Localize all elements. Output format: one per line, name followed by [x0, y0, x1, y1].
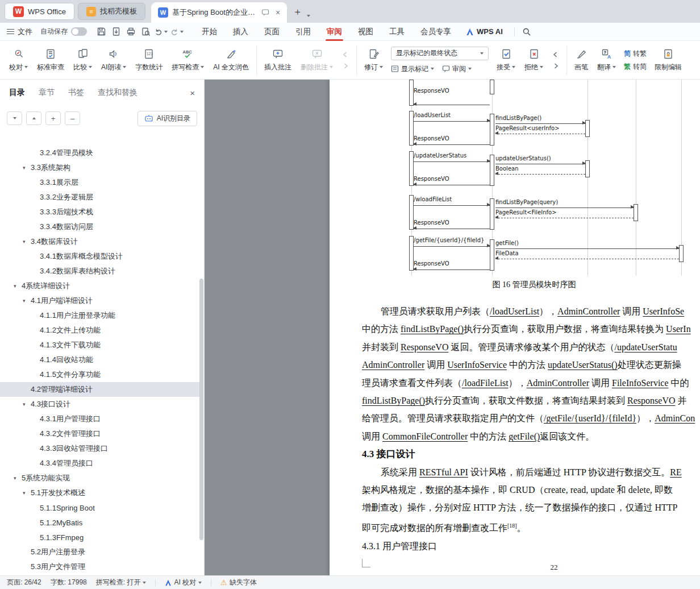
toc-item[interactable]: 4.1.5文件分享功能: [0, 367, 199, 382]
toc-item[interactable]: ▾4系统详细设计: [0, 279, 199, 293]
toc-item[interactable]: 5.3用户文件管理: [0, 559, 199, 574]
zoom-out-outline-button[interactable]: –: [65, 111, 80, 125]
print-preview-button[interactable]: [139, 26, 152, 38]
close-document-icon[interactable]: ×: [276, 8, 280, 17]
export-pdf-button[interactable]: [110, 26, 122, 38]
menu-tab-reference[interactable]: 引用: [288, 23, 319, 41]
to-simplified-button[interactable]: 繁 转简: [624, 62, 647, 72]
spell-check-button[interactable]: ABC 拼写检查: [167, 43, 209, 77]
toc-item[interactable]: ▾3.4数据库设计: [0, 234, 199, 249]
document-canvas[interactable]: ResponseVO /loadUserList findListByPage(…: [205, 80, 700, 575]
next-comment-button[interactable]: [340, 61, 351, 70]
toc-collapse-arrow-icon[interactable]: ▾: [14, 283, 22, 289]
toc-item[interactable]: 4.1.3文件下载功能: [0, 338, 199, 352]
proofread-button[interactable]: 校对: [5, 43, 32, 77]
toc-collapse-arrow-icon[interactable]: ▾: [23, 165, 31, 171]
previous-comment-button[interactable]: [340, 50, 351, 59]
search-button[interactable]: [520, 26, 533, 38]
toc-item[interactable]: 5.1.2MyBatis: [0, 515, 199, 530]
expand-all-button[interactable]: [7, 111, 22, 125]
accept-change-button[interactable]: 接受: [492, 43, 520, 77]
standard-review-button[interactable]: 标准审查: [32, 43, 69, 77]
close-sidebar-icon[interactable]: ×: [190, 88, 195, 98]
document-page[interactable]: ResponseVO /loadUserList findListByPage(…: [330, 80, 700, 575]
sidebar-tab-find-replace[interactable]: 查找和替换: [98, 88, 138, 98]
new-tab-button[interactable]: ＋: [293, 5, 302, 18]
toc-item[interactable]: 4.3.3回收站管理接口: [0, 441, 199, 456]
wps-ai-button[interactable]: WPS AI: [459, 27, 510, 36]
toc-item[interactable]: ▾5.1开发技术概述: [0, 486, 199, 500]
toc-item[interactable]: 3.3.1展示层: [0, 175, 199, 190]
toc-collapse-arrow-icon[interactable]: ▾: [23, 298, 31, 304]
autosave-toggle[interactable]: [71, 27, 87, 36]
toc-collapse-arrow-icon[interactable]: ▾: [14, 475, 22, 481]
show-markup-button[interactable]: 显示标记: [391, 64, 434, 74]
word-count-button[interactable]: 123 字数统计: [131, 43, 167, 77]
toc-item[interactable]: 4.2管理端详细设计: [0, 382, 199, 397]
toc-item[interactable]: 4.3.4管理员接口: [0, 456, 199, 471]
sidebar-tab-contents[interactable]: 目录: [9, 88, 25, 98]
collapse-all-button[interactable]: [26, 111, 41, 125]
redo-control[interactable]: [170, 27, 184, 36]
toc-item[interactable]: 3.3.4数据访问层: [0, 219, 199, 234]
document-body-text[interactable]: 管理员请求获取用户列表（/loadUserList），AdminControll…: [362, 302, 700, 555]
toc-item[interactable]: 3.3.3后端技术栈: [0, 205, 199, 219]
previous-change-button[interactable]: [550, 50, 561, 59]
zoom-in-outline-button[interactable]: +: [45, 111, 61, 125]
toc-item[interactable]: 4.1.4回收站功能: [0, 352, 199, 367]
undo-control[interactable]: [154, 27, 168, 36]
tab-docer-templates[interactable]: ≡ 找稻壳模板: [78, 3, 145, 20]
page-indicator[interactable]: 页面: 26/42: [7, 578, 41, 587]
toc-item[interactable]: 5.1.3FFmpeg: [0, 530, 199, 545]
restrict-editing-button[interactable]: 限制编辑: [650, 43, 686, 77]
compare-button[interactable]: 比较: [69, 43, 97, 77]
sidebar-tab-bookmarks[interactable]: 书签: [68, 88, 84, 98]
toc-item[interactable]: 3.3.2业务逻辑层: [0, 190, 199, 205]
spellcheck-status[interactable]: 拼写检查: 打开: [96, 578, 147, 587]
print-button[interactable]: [124, 26, 137, 38]
toc-item[interactable]: 3.4.1数据库概念模型设计: [0, 249, 199, 264]
toc-item[interactable]: ▾3.3系统架构: [0, 160, 199, 175]
track-changes-button[interactable]: 修订: [360, 43, 388, 77]
toc-item[interactable]: 5.2用户注册登录: [0, 545, 199, 559]
ai-polish-button[interactable]: AI 全文润色: [209, 43, 253, 77]
menu-tab-view[interactable]: 视图: [350, 23, 381, 41]
insert-comment-button[interactable]: 插入批注: [260, 43, 296, 77]
menu-tab-page[interactable]: 页面: [256, 23, 288, 41]
translate-button[interactable]: A 翻译: [593, 43, 620, 77]
sidebar-tab-chapters[interactable]: 章节: [39, 88, 55, 98]
menu-tab-start[interactable]: 开始: [194, 23, 225, 41]
next-change-button[interactable]: [550, 61, 561, 70]
save-button[interactable]: [95, 26, 107, 38]
reject-change-button[interactable]: 拒绝: [520, 43, 548, 77]
toc-item[interactable]: 4.3.1用户管理接口: [0, 412, 199, 426]
tab-list-chevron-icon[interactable]: [307, 15, 310, 17]
toc-item[interactable]: 3.2.4管理员模块: [0, 146, 199, 160]
menu-tab-tools[interactable]: 工具: [381, 23, 413, 41]
toc-item[interactable]: 4.1.1用户注册登录功能: [0, 308, 199, 323]
toc-collapse-arrow-icon[interactable]: ▾: [23, 401, 31, 407]
toc-item[interactable]: 3.4.2数据库表结构设计: [0, 264, 199, 279]
toc-collapse-arrow-icon[interactable]: ▾: [23, 490, 31, 496]
ai-proofread-status[interactable]: AI 校对: [165, 578, 202, 587]
toc-item[interactable]: ▾4.1用户端详细设计: [0, 293, 199, 308]
menu-tab-member[interactable]: 会员专享: [413, 23, 459, 41]
tab-wps-office[interactable]: W WPS Office: [5, 3, 74, 20]
missing-font-warning[interactable]: ⚠ 缺失字体: [220, 578, 257, 587]
toc-item[interactable]: ▾4.3接口设计: [0, 397, 199, 412]
ink-brush-button[interactable]: 画笔: [570, 43, 593, 77]
sidebar-scrollbar[interactable]: [199, 279, 203, 540]
word-count-indicator[interactable]: 字数: 17998: [51, 578, 87, 587]
delete-comment-button[interactable]: 删除批注: [296, 43, 338, 77]
toc-item[interactable]: 4.1.2文件上传功能: [0, 323, 199, 338]
ai-recognize-toc-button[interactable]: AI识别目录: [138, 111, 197, 126]
review-pane-button[interactable]: 审阅: [442, 64, 472, 74]
to-traditional-button[interactable]: 简 转繁: [624, 49, 647, 59]
toc-item[interactable]: 5.1.1Spring Boot: [0, 500, 199, 515]
tab-document[interactable]: W 基于Spring Boot的企业网盘 ×: [151, 2, 287, 23]
menu-tab-review[interactable]: 审阅: [319, 23, 350, 41]
ai-read-button[interactable]: AI朗读: [97, 43, 131, 77]
markup-state-dropdown[interactable]: 显示标记的最终状态: [391, 47, 489, 60]
menu-tab-insert[interactable]: 插入: [225, 23, 256, 41]
toc-collapse-arrow-icon[interactable]: ▾: [23, 239, 31, 244]
